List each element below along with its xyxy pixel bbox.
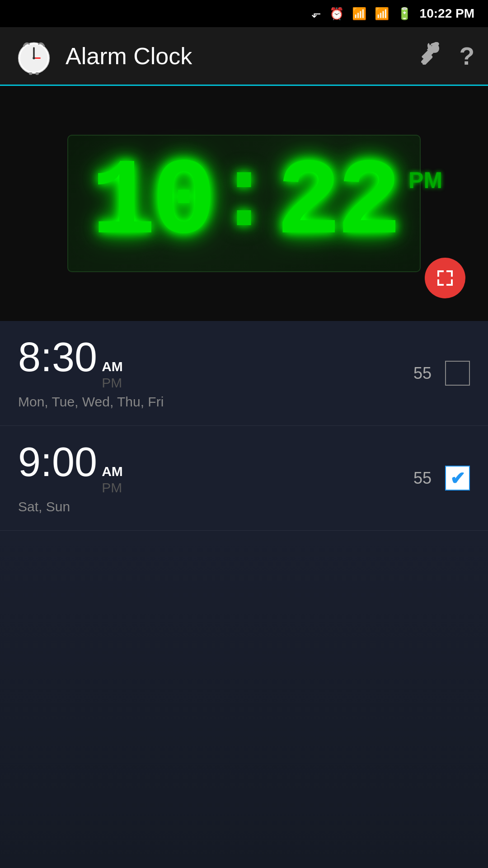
alarm-ampm-block: AM PM [102, 359, 123, 391]
clock-display: 10 : 22 PM [0, 86, 488, 321]
alarm-toggle-checkbox[interactable]: ✔ [445, 466, 470, 491]
clock-ampm: PM [408, 167, 442, 193]
alarm-time-row: 8:30 AM PM [18, 337, 413, 391]
alarm-toggle-checkbox[interactable] [445, 361, 470, 386]
alarm-days: Sat, Sun [18, 499, 413, 514]
svg-rect-13 [437, 279, 439, 286]
clock-colon: : [214, 149, 274, 249]
app-logo-icon [14, 36, 54, 76]
checkmark-icon: ✔ [450, 468, 465, 489]
app-title: Alarm Clock [66, 42, 418, 70]
alarm-icon: ⏰ [329, 7, 344, 21]
alarm-hour: 8:30 [18, 337, 97, 377]
alarm-ampm-active: AM [102, 464, 123, 479]
status-time: 10:22 PM [420, 6, 474, 21]
svg-point-4 [33, 57, 35, 59]
alarm-ampm-active: AM [102, 359, 123, 374]
clock-segment-background: 10 : 22 PM [67, 135, 421, 272]
header-actions: ? [418, 42, 474, 71]
alarm-time-section: 9:00 AM PM Sat, Sun [18, 442, 413, 514]
empty-area [0, 531, 488, 868]
alarm-ampm-inactive: PM [102, 375, 123, 391]
svg-rect-9 [437, 270, 439, 277]
alarm-days: Mon, Tue, Wed, Thu, Fri [18, 394, 413, 410]
alarm-time-section: 8:30 AM PM Mon, Tue, Wed, Thu, Fri [18, 337, 413, 410]
app-header: Alarm Clock ? [0, 27, 488, 86]
clock-minutes: 22 [276, 149, 397, 258]
alarm-snooze: 55 [413, 364, 432, 383]
alarm-ampm-inactive: PM [102, 480, 123, 495]
alarm-ampm-block: AM PM [102, 464, 123, 495]
alarm-hour: 9:00 [18, 442, 97, 482]
fullscreen-button[interactable] [425, 258, 465, 298]
settings-button[interactable] [418, 42, 441, 70]
wrench-icon [418, 42, 441, 65]
fullscreen-icon [434, 267, 456, 289]
alarm-time-row: 9:00 AM PM [18, 442, 413, 495]
alarm-snooze: 55 [413, 469, 432, 488]
help-button[interactable]: ? [459, 42, 474, 71]
alarm-item[interactable]: 9:00 AM PM Sat, Sun 55 ✔ [0, 426, 488, 531]
alarm-item[interactable]: 8:30 AM PM Mon, Tue, Wed, Thu, Fri 55 [0, 321, 488, 426]
signal-icon: 📶 [375, 7, 389, 21]
wifi-icon: 📶 [352, 7, 366, 21]
svg-rect-15 [451, 279, 453, 286]
status-bar: ⬐ ⏰ 📶 📶 🔋 10:22 PM [0, 0, 488, 27]
alarm-list: 8:30 AM PM Mon, Tue, Wed, Thu, Fri 55 9:… [0, 321, 488, 868]
clock-hours: 10 [91, 149, 212, 258]
svg-rect-11 [451, 270, 453, 277]
bluetooth-icon: ⬐ [311, 7, 321, 21]
digital-clock: 10 : 22 PM [91, 149, 397, 258]
svg-rect-6 [36, 72, 39, 75]
battery-icon: 🔋 [397, 7, 412, 21]
svg-rect-5 [29, 72, 32, 75]
